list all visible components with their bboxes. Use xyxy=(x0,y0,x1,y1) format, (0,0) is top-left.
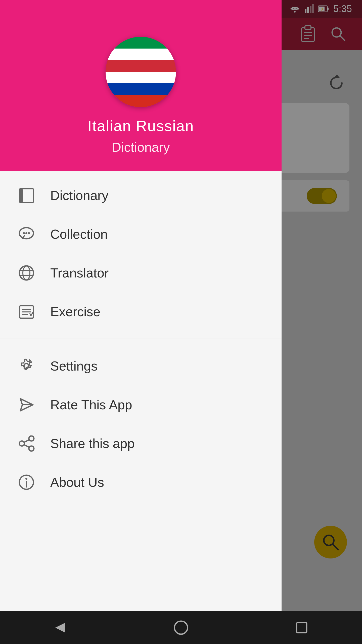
svg-point-25 xyxy=(25,232,27,234)
translator-label: Translator xyxy=(50,265,109,280)
svg-rect-22 xyxy=(20,189,23,203)
recent-button[interactable] xyxy=(292,618,312,638)
menu-item-collection[interactable]: Collection xyxy=(0,215,282,254)
settings-label: Settings xyxy=(50,358,98,374)
drawer-subtitle: Dictionary xyxy=(112,140,170,155)
home-button[interactable] xyxy=(171,618,191,638)
svg-point-40 xyxy=(29,446,34,451)
svg-point-45 xyxy=(25,478,27,480)
svg-point-26 xyxy=(28,232,30,234)
svg-rect-48 xyxy=(297,623,307,633)
svg-point-24 xyxy=(23,232,25,234)
menu-item-exercise[interactable]: Exercise xyxy=(0,292,282,331)
bottom-nav xyxy=(0,611,362,644)
menu-item-dictionary[interactable]: Dictionary xyxy=(0,176,282,215)
menu-item-rate[interactable]: Rate This App xyxy=(0,385,282,424)
book-icon xyxy=(18,187,35,204)
svg-point-27 xyxy=(19,266,33,280)
share-label: Share this app xyxy=(50,436,134,451)
menu-divider xyxy=(0,339,282,339)
primary-menu: Dictionary Collection xyxy=(0,171,282,336)
dictionary-label: Dictionary xyxy=(50,188,108,203)
svg-line-42 xyxy=(24,445,29,447)
menu-item-share[interactable]: Share this app xyxy=(0,424,282,463)
svg-point-28 xyxy=(23,266,30,280)
menu-item-translator[interactable]: Translator xyxy=(0,254,282,292)
about-label: About Us xyxy=(50,475,104,490)
collection-label: Collection xyxy=(50,227,108,242)
svg-point-39 xyxy=(19,441,24,446)
exercise-label: Exercise xyxy=(50,304,100,319)
send-icon xyxy=(18,396,35,414)
drawer-title: Italian Russian xyxy=(87,117,194,135)
list-icon xyxy=(18,303,35,320)
svg-point-38 xyxy=(29,436,34,441)
gear-icon xyxy=(18,357,35,375)
info-icon xyxy=(18,473,35,491)
rate-label: Rate This App xyxy=(50,397,132,412)
svg-marker-46 xyxy=(55,623,65,633)
chat-icon xyxy=(18,225,35,243)
menu-item-about[interactable]: About Us xyxy=(0,463,282,502)
svg-point-47 xyxy=(174,621,188,634)
secondary-menu: Settings Rate This App xyxy=(0,342,282,507)
menu-item-settings[interactable]: Settings xyxy=(0,347,282,385)
share-icon xyxy=(18,435,35,452)
drawer-header: Italian Russian Dictionary xyxy=(0,0,282,171)
globe-icon xyxy=(18,264,35,282)
back-button[interactable] xyxy=(50,618,70,638)
navigation-drawer: Italian Russian Dictionary Dictionary xyxy=(0,0,282,644)
svg-line-41 xyxy=(24,440,29,442)
flag-icon xyxy=(106,37,176,107)
